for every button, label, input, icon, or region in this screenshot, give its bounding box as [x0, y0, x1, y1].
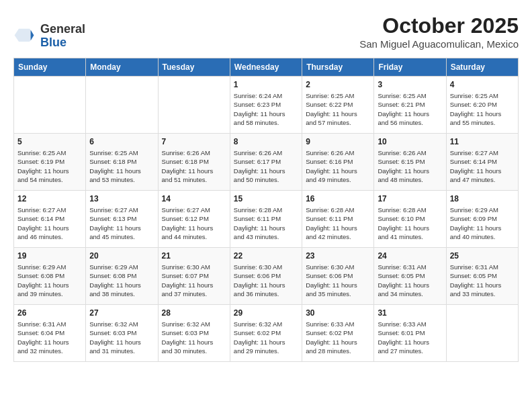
- calendar-cell: 10Sunrise: 6:26 AMSunset: 6:15 PMDayligh…: [374, 134, 446, 191]
- day-info: Sunrise: 6:32 AMSunset: 6:03 PMDaylight:…: [162, 320, 226, 355]
- calendar-cell: 2Sunrise: 6:25 AMSunset: 6:22 PMDaylight…: [302, 77, 374, 134]
- day-number: 31: [378, 308, 442, 318]
- calendar-cell: 25Sunrise: 6:31 AMSunset: 6:05 PMDayligh…: [446, 248, 518, 305]
- day-info: Sunrise: 6:26 AMSunset: 6:17 PMDaylight:…: [234, 148, 298, 184]
- day-info: Sunrise: 6:31 AMSunset: 6:05 PMDaylight:…: [450, 263, 515, 298]
- calendar-cell: [446, 305, 518, 362]
- day-info: Sunrise: 6:31 AMSunset: 6:04 PMDaylight:…: [17, 320, 82, 355]
- day-number: 14: [162, 194, 226, 203]
- day-info: Sunrise: 6:33 AMSunset: 6:02 PMDaylight:…: [306, 320, 370, 355]
- logo: General Blue: [13, 23, 85, 50]
- day-info: Sunrise: 6:30 AMSunset: 6:06 PMDaylight:…: [234, 263, 298, 298]
- calendar-cell: 17Sunrise: 6:28 AMSunset: 6:10 PMDayligh…: [374, 191, 446, 248]
- day-number: 4: [450, 80, 515, 89]
- calendar-body: 1Sunrise: 6:24 AMSunset: 6:23 PMDaylight…: [14, 77, 519, 362]
- day-number: 16: [306, 194, 370, 203]
- calendar-week-5: 26Sunrise: 6:31 AMSunset: 6:04 PMDayligh…: [14, 305, 519, 362]
- day-info: Sunrise: 6:27 AMSunset: 6:13 PMDaylight:…: [89, 205, 154, 241]
- weekday-header-sunday: Sunday: [14, 58, 86, 77]
- day-info: Sunrise: 6:25 AMSunset: 6:19 PMDaylight:…: [17, 148, 82, 184]
- day-number: 15: [234, 194, 298, 203]
- weekday-header-tuesday: Tuesday: [158, 58, 230, 77]
- day-info: Sunrise: 6:31 AMSunset: 6:05 PMDaylight:…: [378, 263, 442, 298]
- day-number: 9: [306, 137, 370, 146]
- weekday-header-row: SundayMondayTuesdayWednesdayThursdayFrid…: [14, 58, 519, 77]
- day-info: Sunrise: 6:27 AMSunset: 6:14 PMDaylight:…: [17, 205, 82, 241]
- calendar-cell: 20Sunrise: 6:29 AMSunset: 6:08 PMDayligh…: [86, 248, 158, 305]
- calendar-cell: 11Sunrise: 6:27 AMSunset: 6:14 PMDayligh…: [446, 134, 518, 191]
- weekday-header-monday: Monday: [86, 58, 158, 77]
- calendar-cell: 16Sunrise: 6:28 AMSunset: 6:11 PMDayligh…: [302, 191, 374, 248]
- day-info: Sunrise: 6:26 AMSunset: 6:15 PMDaylight:…: [378, 148, 442, 184]
- day-info: Sunrise: 6:25 AMSunset: 6:22 PMDaylight:…: [306, 91, 370, 127]
- weekday-header-saturday: Saturday: [446, 58, 518, 77]
- location-title: San Miguel Aguacomulican, Mexico: [359, 38, 519, 50]
- calendar-cell: 22Sunrise: 6:30 AMSunset: 6:06 PMDayligh…: [230, 248, 302, 305]
- day-number: 1: [234, 80, 298, 89]
- calendar-week-2: 5Sunrise: 6:25 AMSunset: 6:19 PMDaylight…: [14, 134, 519, 191]
- calendar-cell: 30Sunrise: 6:33 AMSunset: 6:02 PMDayligh…: [302, 305, 374, 362]
- day-info: Sunrise: 6:26 AMSunset: 6:18 PMDaylight:…: [162, 148, 226, 184]
- day-number: 27: [89, 308, 154, 318]
- general-blue-icon: [13, 26, 35, 47]
- day-info: Sunrise: 6:28 AMSunset: 6:11 PMDaylight:…: [306, 205, 370, 241]
- day-number: 23: [306, 251, 370, 261]
- calendar-cell: 9Sunrise: 6:26 AMSunset: 6:16 PMDaylight…: [302, 134, 374, 191]
- day-number: 18: [450, 194, 515, 203]
- day-number: 11: [450, 137, 515, 146]
- day-number: 20: [89, 251, 154, 261]
- calendar-cell: 4Sunrise: 6:25 AMSunset: 6:20 PMDaylight…: [446, 77, 518, 134]
- calendar-cell: 27Sunrise: 6:32 AMSunset: 6:03 PMDayligh…: [86, 305, 158, 362]
- day-info: Sunrise: 6:25 AMSunset: 6:18 PMDaylight:…: [89, 148, 154, 184]
- day-info: Sunrise: 6:28 AMSunset: 6:10 PMDaylight:…: [378, 205, 442, 241]
- calendar-cell: 8Sunrise: 6:26 AMSunset: 6:17 PMDaylight…: [230, 134, 302, 191]
- calendar-cell: 15Sunrise: 6:28 AMSunset: 6:11 PMDayligh…: [230, 191, 302, 248]
- calendar-cell: [14, 77, 86, 134]
- logo-text: General Blue: [40, 23, 85, 50]
- day-number: 26: [17, 308, 82, 318]
- day-number: 21: [162, 251, 226, 261]
- day-number: 10: [378, 137, 442, 146]
- day-number: 17: [378, 194, 442, 203]
- day-info: Sunrise: 6:26 AMSunset: 6:16 PMDaylight:…: [306, 148, 370, 184]
- day-info: Sunrise: 6:25 AMSunset: 6:20 PMDaylight:…: [450, 91, 515, 127]
- calendar-cell: 21Sunrise: 6:30 AMSunset: 6:07 PMDayligh…: [158, 248, 230, 305]
- calendar-cell: 6Sunrise: 6:25 AMSunset: 6:18 PMDaylight…: [86, 134, 158, 191]
- day-number: 25: [450, 251, 515, 261]
- day-info: Sunrise: 6:25 AMSunset: 6:21 PMDaylight:…: [378, 91, 442, 127]
- day-number: 19: [17, 251, 82, 261]
- calendar-cell: 14Sunrise: 6:27 AMSunset: 6:12 PMDayligh…: [158, 191, 230, 248]
- calendar-cell: 29Sunrise: 6:32 AMSunset: 6:02 PMDayligh…: [230, 305, 302, 362]
- day-number: 5: [17, 137, 82, 146]
- day-info: Sunrise: 6:29 AMSunset: 6:08 PMDaylight:…: [17, 263, 82, 298]
- calendar-cell: 23Sunrise: 6:30 AMSunset: 6:06 PMDayligh…: [302, 248, 374, 305]
- calendar-cell: 7Sunrise: 6:26 AMSunset: 6:18 PMDaylight…: [158, 134, 230, 191]
- day-number: 22: [234, 251, 298, 261]
- day-number: 6: [89, 137, 154, 146]
- day-number: 7: [162, 137, 226, 146]
- day-number: 12: [17, 194, 82, 203]
- day-info: Sunrise: 6:29 AMSunset: 6:08 PMDaylight:…: [89, 263, 154, 298]
- day-number: 8: [234, 137, 298, 146]
- day-number: 30: [306, 308, 370, 318]
- day-info: Sunrise: 6:27 AMSunset: 6:12 PMDaylight:…: [162, 205, 226, 241]
- calendar-cell: 24Sunrise: 6:31 AMSunset: 6:05 PMDayligh…: [374, 248, 446, 305]
- month-title: October 2025: [359, 13, 519, 38]
- calendar-week-3: 12Sunrise: 6:27 AMSunset: 6:14 PMDayligh…: [14, 191, 519, 248]
- day-number: 13: [89, 194, 154, 203]
- calendar-cell: [158, 77, 230, 134]
- calendar-cell: 1Sunrise: 6:24 AMSunset: 6:23 PMDaylight…: [230, 77, 302, 134]
- weekday-header-wednesday: Wednesday: [230, 58, 302, 77]
- calendar-cell: 19Sunrise: 6:29 AMSunset: 6:08 PMDayligh…: [14, 248, 86, 305]
- day-info: Sunrise: 6:30 AMSunset: 6:07 PMDaylight:…: [162, 263, 226, 298]
- day-number: 24: [378, 251, 442, 261]
- day-number: 29: [234, 308, 298, 318]
- calendar-week-1: 1Sunrise: 6:24 AMSunset: 6:23 PMDaylight…: [14, 77, 519, 134]
- calendar-cell: 31Sunrise: 6:33 AMSunset: 6:01 PMDayligh…: [374, 305, 446, 362]
- logo-blue: Blue: [40, 36, 66, 49]
- calendar-cell: 13Sunrise: 6:27 AMSunset: 6:13 PMDayligh…: [86, 191, 158, 248]
- svg-marker-2: [31, 30, 34, 41]
- title-section: October 2025 San Miguel Aguacomulican, M…: [359, 13, 519, 50]
- day-info: Sunrise: 6:27 AMSunset: 6:14 PMDaylight:…: [450, 148, 515, 184]
- calendar-cell: 18Sunrise: 6:29 AMSunset: 6:09 PMDayligh…: [446, 191, 518, 248]
